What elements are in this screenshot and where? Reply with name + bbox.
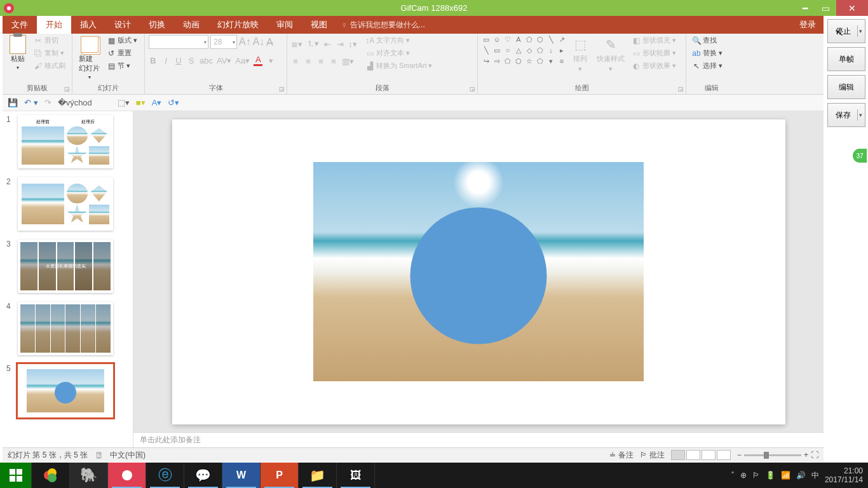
taskbar-app[interactable] (32, 463, 70, 488)
undo-icon[interactable]: ↶ ▾ (24, 98, 38, 107)
align-left-button[interactable]: ≡ (291, 57, 300, 66)
smartart-button[interactable]: ▟转换为 SmartArt▾ (363, 60, 434, 71)
taskbar-photos[interactable]: 🖼 (337, 463, 375, 488)
shadow-button[interactable]: abc (200, 56, 213, 65)
shape-effects-button[interactable]: ◐形状效果▾ (630, 60, 678, 71)
reset-button[interactable]: ↺重置 (105, 48, 139, 58)
gifcam-save-button[interactable]: 保存 (827, 103, 865, 127)
bullets-button[interactable]: ≣▾ (291, 39, 302, 49)
start-slideshow-icon[interactable]: �východ (58, 98, 92, 107)
minimize-button[interactable]: ━ (794, 0, 815, 16)
qat-icon[interactable]: ■▾ (136, 98, 146, 107)
oval-shape[interactable] (410, 208, 547, 344)
italic-button[interactable]: I (161, 56, 170, 65)
grow-font-icon[interactable]: A↑ (239, 36, 251, 48)
start-button[interactable] (0, 463, 32, 488)
tab-slideshow[interactable]: 幻灯片放映 (208, 16, 268, 34)
normal-view-button[interactable] (671, 450, 685, 460)
clipboard-dialog-icon[interactable]: ◲ (64, 86, 70, 92)
qat-icon[interactable]: A▾ (152, 98, 162, 107)
taskbar-edge[interactable]: ⓔ (146, 463, 184, 488)
tab-review[interactable]: 审阅 (268, 16, 302, 34)
redo-icon[interactable]: ↷ (44, 98, 51, 107)
shape-fill-button[interactable]: ◧形状填充▾ (630, 35, 678, 46)
slideshow-view-button[interactable] (717, 450, 731, 460)
font-family-combo[interactable] (149, 35, 208, 49)
tab-home[interactable]: 开始 (37, 16, 71, 34)
inserted-picture[interactable] (313, 162, 644, 381)
tab-view[interactable]: 视图 (302, 16, 336, 34)
align-center-button[interactable]: ≡ (304, 57, 313, 66)
font-dialog-icon[interactable]: ◲ (279, 86, 285, 92)
align-right-button[interactable]: ≡ (316, 57, 325, 66)
tab-design[interactable]: 设计 (105, 16, 140, 34)
replace-button[interactable]: ab替换▾ (690, 48, 724, 58)
tray-wifi-icon[interactable]: 📶 (781, 471, 790, 480)
paragraph-dialog-icon[interactable]: ◲ (470, 86, 475, 92)
underline-button[interactable]: U (174, 56, 183, 65)
qat-icon[interactable]: ↺▾ (168, 98, 179, 107)
font-size-combo[interactable]: 28 (210, 35, 237, 49)
format-painter-button[interactable]: 🖌格式刷 (32, 60, 67, 71)
close-button[interactable]: ✕ (836, 0, 868, 16)
tray-flag-icon[interactable]: 🏳 (752, 471, 760, 480)
font-color-button[interactable]: A (254, 55, 262, 66)
taskbar-gifcam[interactable] (108, 463, 146, 488)
text-direction-button[interactable]: ↕A文字方向▾ (363, 35, 434, 46)
select-button[interactable]: ↖选择▾ (690, 60, 724, 71)
fit-window-icon[interactable]: ⛶ (811, 451, 818, 459)
new-slide-button[interactable]: 新建 幻灯片▾ (76, 35, 102, 81)
slide-thumbnail-5[interactable] (18, 364, 113, 417)
quick-styles-button[interactable]: ✎快速样式▾ (594, 35, 627, 74)
slide-thumbnail-4[interactable] (18, 302, 113, 355)
case-button[interactable]: Aa▾ (235, 56, 250, 65)
language-status[interactable]: 中文(中国) (110, 450, 146, 461)
cut-button[interactable]: ✂剪切 (32, 35, 67, 46)
slide-thumbnail-2[interactable] (18, 177, 113, 231)
shape-outline-button[interactable]: ▭形状轮廓▾ (630, 48, 678, 58)
drawing-dialog-icon[interactable]: ◲ (678, 86, 684, 92)
spacing-button[interactable]: AV▾ (217, 56, 231, 65)
indent-inc-button[interactable]: ⇥ (336, 39, 344, 49)
columns-button[interactable]: ▥▾ (342, 57, 354, 66)
layout-button[interactable]: ▦版式▾ (105, 35, 139, 46)
slide-thumbnail-3[interactable]: 水资源长表情的忠实 (18, 240, 113, 293)
taskbar-evernote[interactable]: 🐘 (70, 463, 108, 488)
indent-dec-button[interactable]: ⇤ (323, 39, 332, 49)
tray-network-icon[interactable]: ⊕ (740, 471, 747, 480)
tray-chevron-icon[interactable]: ˄ (731, 471, 735, 480)
slide-thumbnail-1[interactable]: 处理前 处理后 (18, 115, 113, 168)
reading-view-button[interactable] (702, 450, 715, 460)
line-spacing-button[interactable]: ↕▾ (348, 39, 357, 49)
taskbar-wechat[interactable]: 💬 (184, 463, 222, 488)
qat-icon[interactable]: ⬚▾ (118, 98, 130, 107)
sorter-view-button[interactable] (686, 450, 700, 460)
taskbar-clock[interactable]: 21:002017/11/14 (825, 466, 863, 485)
slide-editor[interactable] (133, 111, 824, 432)
tab-insert[interactable]: 插入 (71, 16, 105, 34)
shrink-font-icon[interactable]: A↓ (253, 36, 265, 48)
gifcam-stop-button[interactable]: 停止 (827, 19, 865, 43)
tell-me-input[interactable]: 告诉我您想要做什么... (341, 16, 425, 34)
justify-button[interactable]: ≡ (329, 57, 338, 66)
comments-toggle[interactable]: 🏳 批注 (640, 450, 665, 461)
clear-format-icon[interactable]: A̶ (266, 36, 273, 48)
zoom-control[interactable]: −+⛶ (737, 451, 818, 459)
taskbar-explorer[interactable]: 📁 (299, 463, 337, 488)
taskbar-powerpoint[interactable]: P (261, 463, 299, 488)
numbering-button[interactable]: ⒈▾ (306, 38, 319, 50)
tray-ime-icon[interactable]: 中 (811, 470, 819, 481)
tab-transitions[interactable]: 切换 (140, 16, 174, 34)
save-icon[interactable]: 💾 (8, 98, 18, 107)
notes-toggle[interactable]: ≐ 备注 (609, 450, 633, 461)
strike-button[interactable]: S (187, 56, 196, 65)
spellcheck-icon[interactable]: ⍰ (97, 451, 101, 459)
login-button[interactable]: 登录 (792, 16, 824, 34)
find-button[interactable]: 🔍查找 (690, 35, 724, 46)
section-button[interactable]: ▤节▾ (105, 60, 139, 71)
shapes-gallery[interactable]: ▭☺♡A⬠⬡╲↗ ╲▭○△◇⬠↓▸ ↪⇨⬠⬡☆⬠▾≡ (482, 35, 566, 65)
align-text-button[interactable]: ▭对齐文本▾ (363, 48, 434, 58)
tray-battery-icon[interactable]: 🔋 (766, 471, 775, 480)
tab-animations[interactable]: 动画 (174, 16, 208, 34)
copy-button[interactable]: ⿻复制▾ (32, 48, 67, 58)
